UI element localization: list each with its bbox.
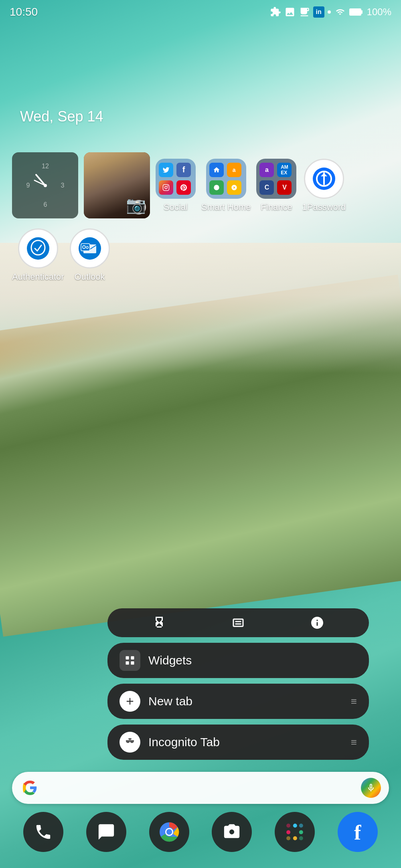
google-g-logo: [20, 778, 40, 798]
voice-search-button[interactable]: [361, 778, 381, 798]
svg-rect-1: [350, 9, 360, 15]
social-folder[interactable]: f Social: [156, 159, 196, 212]
widgets-label: Widgets: [148, 654, 357, 667]
finance-folder[interactable]: a AMEX C V Finance: [256, 159, 296, 212]
svg-rect-32: [286, 830, 290, 834]
svg-rect-21: [235, 621, 241, 622]
dock-facebook[interactable]: f: [338, 812, 378, 852]
svg-point-9: [44, 184, 47, 187]
svg-point-31: [166, 829, 172, 835]
svg-rect-27: [128, 741, 132, 741]
dock: f: [12, 812, 389, 852]
status-time: 10:50: [10, 6, 38, 18]
incognito-menu-item[interactable]: Incognito Tab ≡: [107, 725, 369, 760]
svg-rect-23: [126, 656, 129, 660]
svg-rect-34: [293, 824, 297, 828]
finance-label: Finance: [261, 202, 292, 212]
svg-rect-35: [299, 824, 303, 828]
outlook-label: Outlook: [75, 272, 105, 282]
svg-text:3: 3: [61, 182, 64, 189]
svg-rect-38: [293, 836, 297, 840]
svg-text:12: 12: [42, 163, 49, 170]
coffee-icon: [299, 6, 310, 18]
widgets-menu-item[interactable]: Widgets: [107, 643, 369, 678]
svg-point-12: [167, 185, 168, 186]
incognito-icon: [119, 732, 140, 753]
svg-rect-2: [361, 10, 363, 14]
svg-rect-37: [299, 836, 303, 840]
new-tab-drag-handle: ≡: [351, 695, 357, 708]
photo-widget[interactable]: 📷: [84, 152, 150, 218]
battery-percentage: 100%: [367, 6, 391, 18]
smart-home-label: Smart Home: [201, 202, 251, 212]
app-row-1: 12 3 6 9 📷 f: [12, 152, 389, 218]
svg-rect-24: [131, 656, 134, 660]
info-icon: [310, 616, 324, 630]
1password-label: 1Password: [302, 202, 346, 212]
battery-icon: [349, 8, 364, 16]
linkedin-icon: in: [313, 6, 324, 18]
puzzle-icon: [270, 6, 281, 18]
dock-messages[interactable]: [86, 812, 126, 852]
svg-rect-10: [163, 184, 169, 190]
outlook-logo: Oo: [78, 236, 102, 260]
svg-rect-22: [235, 624, 241, 625]
status-bar: 10:50 in 100%: [0, 0, 401, 24]
widgets-icon: [119, 650, 140, 671]
incognito-label: Incognito Tab: [148, 735, 343, 749]
new-tab-icon: [119, 691, 140, 712]
1password-logo: [312, 167, 336, 191]
app-row-2: Authenticator Oo Outlook: [12, 228, 389, 282]
svg-rect-26: [131, 661, 134, 664]
search-bar[interactable]: [12, 772, 389, 804]
authenticator-label: Authenticator: [12, 272, 64, 282]
dock-camera[interactable]: [212, 812, 252, 852]
date-text: Wed, Sep 14: [20, 108, 103, 125]
svg-text:Oo: Oo: [82, 244, 89, 250]
smart-home-folder[interactable]: a Smart Home: [201, 159, 251, 212]
1password-app[interactable]: 1Password: [302, 159, 346, 212]
context-menu: Widgets New tab ≡ Incognito Tab ≡: [107, 608, 369, 760]
svg-rect-39: [286, 836, 290, 840]
context-top-bar: [107, 608, 369, 637]
timer-icon: [152, 616, 166, 630]
layers-icon: [231, 616, 245, 630]
clock-widget[interactable]: 12 3 6 9: [12, 152, 78, 218]
notification-dot: [328, 10, 331, 14]
svg-rect-36: [299, 830, 303, 834]
svg-point-11: [165, 186, 167, 189]
dock-phone[interactable]: [23, 812, 63, 852]
svg-text:6: 6: [43, 201, 47, 208]
svg-point-13: [214, 185, 219, 190]
new-tab-menu-item[interactable]: New tab ≡: [107, 684, 369, 719]
svg-rect-33: [286, 824, 290, 828]
incognito-drag-handle: ≡: [351, 736, 357, 749]
status-icons: in 100%: [270, 6, 391, 18]
authenticator-app[interactable]: Authenticator: [12, 228, 64, 282]
social-label: Social: [164, 202, 188, 212]
svg-text:9: 9: [26, 182, 30, 189]
new-tab-label: New tab: [148, 694, 343, 708]
photo-icon: [284, 6, 296, 18]
outlook-app[interactable]: Oo Outlook: [70, 228, 110, 282]
svg-rect-25: [126, 661, 129, 664]
dock-slack[interactable]: [275, 812, 315, 852]
authenticator-logo: [26, 236, 50, 260]
wifi-icon: [334, 8, 346, 16]
clock-face-svg: 12 3 6 9: [19, 159, 71, 212]
dock-chrome[interactable]: [149, 812, 189, 852]
date-widget: Wed, Sep 14: [20, 108, 103, 125]
